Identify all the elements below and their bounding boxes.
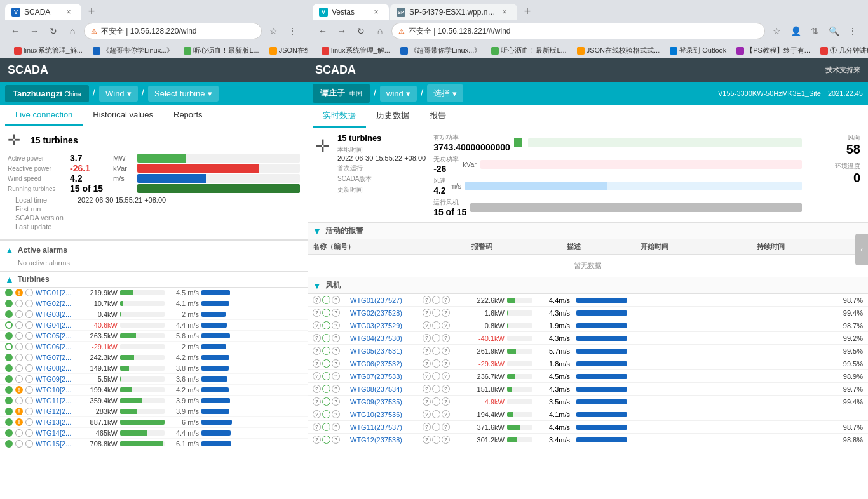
right-turbine-row-6[interactable]: ? ? WTG07(237533) ? ? 236.7kW 4.5m/s 98.… xyxy=(308,370,868,383)
left-turbine-name-7[interactable]: WTG08[2... xyxy=(36,364,77,372)
right-turbine-name-6[interactable]: WTG07(237533) xyxy=(350,373,420,380)
right-collapse-panel[interactable]: ‹ xyxy=(855,234,868,265)
left-sub-nav-historical[interactable]: Historical values xyxy=(83,105,163,126)
right-turbine-row-1[interactable]: ? ? WTG02(237528) ? ? 1.6kW 4.3m/s 99.4% xyxy=(308,307,868,319)
left-turbine-row-2[interactable]: WTG03[2... 0.4kW 2 m/s xyxy=(0,309,308,320)
right-back-btn[interactable]: ← xyxy=(315,23,330,39)
left-turbine-name-1[interactable]: WTG02[2... xyxy=(36,300,77,307)
left-turbine-name-11[interactable]: WTG12[2... xyxy=(36,408,77,415)
right-turbine-row-8[interactable]: ? ? WTG09(237535) ? ? -4.9kW 3.5m/s 99.4… xyxy=(308,396,868,408)
left-turbine-name-12[interactable]: WTG13[2... xyxy=(36,418,77,426)
right-turbine-name-11[interactable]: WTG12(237538) xyxy=(350,436,420,444)
left-turbines-header[interactable]: ▲ Turbines xyxy=(0,272,308,288)
left-turbine-row-1[interactable]: WTG02[2... 10.7kW 4.1 m/s xyxy=(0,298,308,309)
right-bookmark-5[interactable]: 登录到 Outlook xyxy=(666,44,730,57)
right-turbine-row-5[interactable]: ? ? WTG06(237532) ? ? -29.3kW 1.8m/s 99.… xyxy=(308,357,868,370)
left-new-tab-btn[interactable]: + xyxy=(83,3,100,20)
right-alarms-header[interactable]: ▼ 活动的报警 xyxy=(308,223,868,239)
left-back-btn[interactable]: ← xyxy=(8,23,23,39)
right-bookmark-1[interactable]: linux系统管理_解... xyxy=(318,44,394,57)
right-refresh-btn[interactable]: ↻ xyxy=(353,23,369,39)
left-forward-btn[interactable]: → xyxy=(27,23,42,39)
right-turbine-row-11[interactable]: ? ? WTG12(237538) ? ? 301.2kW 3.4m/s 98.… xyxy=(308,434,868,446)
left-nav-category[interactable]: Wind ▾ xyxy=(99,86,138,102)
left-alarms-header[interactable]: ▲ Active alarms xyxy=(5,243,302,257)
left-turbine-name-8[interactable]: WTG09[2... xyxy=(36,375,77,383)
left-turbine-row-10[interactable]: WTG11[2... 359.4kW 3.9 m/s xyxy=(0,396,308,406)
right-turbine-row-9[interactable]: ? ? WTG10(237536) ? ? 194.4kW 4.1m/s xyxy=(308,408,868,421)
left-bookmark-3[interactable]: 听心沥血！最新版L... xyxy=(180,44,262,57)
left-turbine-name-13[interactable]: WTG14[2... xyxy=(36,429,77,437)
left-turbine-row-5[interactable]: WTG06[2... -29.1kW 2 m/s xyxy=(0,342,308,352)
right-home-btn[interactable]: ⌂ xyxy=(372,23,388,39)
right-user-btn[interactable]: 👤 xyxy=(788,23,803,39)
left-turbine-name-14[interactable]: WTG15[2... xyxy=(36,440,77,448)
left-turbine-row-3[interactable]: WTG04[2... -40.6kW 4.4 m/s xyxy=(0,320,308,331)
right-turbine-row-10[interactable]: ? ? WTG11(237537) ? ? 371.6kW 4.4m/s 98.… xyxy=(308,421,868,434)
right-turbine-name-9[interactable]: WTG10(237536) xyxy=(350,411,420,418)
left-bookmark-2[interactable]: 《超哥带你学Linux...》 xyxy=(89,44,177,57)
left-turbine-row-13[interactable]: WTG14[2... 465kW 4.4 m/s xyxy=(0,428,308,439)
right-turbine-name-0[interactable]: WTG01(237527) xyxy=(350,296,420,304)
right-turbine-name-1[interactable]: WTG02(237528) xyxy=(350,309,420,317)
right-tab-close-vm[interactable]: × xyxy=(499,7,510,17)
right-turbine-row-7[interactable]: ? ? WTG08(237534) ? ? 151.8kW 4.3m/s 99.… xyxy=(308,383,868,396)
left-star-btn[interactable]: ☆ xyxy=(266,23,281,39)
left-tab-scada[interactable]: V SCADA × xyxy=(5,4,81,20)
left-address-box[interactable]: ⚠ 不安全 | 10.56.128.220/wind xyxy=(84,23,262,39)
right-turbine-row-3[interactable]: ? ? WTG04(237530) ? ? -40.1kW 4.3m/s 99.… xyxy=(308,332,868,345)
right-search-btn[interactable]: 🔍 xyxy=(826,23,841,39)
right-turbine-row-2[interactable]: ? ? WTG03(237529) ? ? 0.8kW 1.9m/s 98.7% xyxy=(308,319,868,332)
right-tab-close-vestas[interactable]: × xyxy=(371,7,381,17)
left-turbine-name-10[interactable]: WTG11[2... xyxy=(36,397,77,404)
left-turbine-row-14[interactable]: WTG15[2... 708.8kW 6.1 m/s xyxy=(0,439,308,449)
right-tab-vm[interactable]: SP SP-54379-ESX1.wpp.net - VM... × xyxy=(390,4,517,20)
left-nav-turbine[interactable]: Select turbine ▾ xyxy=(148,86,219,102)
left-turbine-name-0[interactable]: WTG01[2... xyxy=(36,289,77,296)
right-turbine-name-7[interactable]: WTG08(237534) xyxy=(350,385,420,393)
left-turbine-name-4[interactable]: WTG05[2... xyxy=(36,332,77,340)
right-sub-nav-realtime[interactable]: 实时数据 xyxy=(313,105,366,128)
right-turbine-row-4[interactable]: ? ? WTG05(237531) ? ? 261.9kW 5.7m/s 99.… xyxy=(308,345,868,357)
right-turbine-name-8[interactable]: WTG09(237535) xyxy=(350,398,420,406)
left-bookmark-1[interactable]: linux系统管理_解... xyxy=(10,44,86,57)
right-bookmark-3[interactable]: 听心沥血！最新版L... xyxy=(487,44,570,57)
left-turbine-name-6[interactable]: WTG07[2... xyxy=(36,354,77,361)
left-refresh-btn[interactable]: ↻ xyxy=(46,23,61,39)
right-bookmark-2[interactable]: 《超哥带你学Linux...》 xyxy=(397,44,485,57)
right-turbine-row-0[interactable]: ? ? WTG01(237527) ? ? 222.6kW 4.4m/s 98.… xyxy=(308,294,868,307)
left-nav-site[interactable]: Tanzhuangzi China xyxy=(5,85,89,102)
right-bookmark-6[interactable]: 【PS教程】终于有... xyxy=(733,44,814,57)
left-sub-nav-reports[interactable]: Reports xyxy=(163,105,213,126)
right-menu-btn[interactable]: ⋮ xyxy=(845,23,860,39)
left-turbine-row-4[interactable]: WTG05[2... 263.5kW 5.6 m/s xyxy=(0,331,308,342)
right-sub-nav-historical[interactable]: 历史数据 xyxy=(366,105,419,128)
left-turbine-name-9[interactable]: WTG10[2... xyxy=(36,386,77,394)
left-menu-btn[interactable]: ⋮ xyxy=(285,23,300,39)
left-turbine-row-11[interactable]: ! WTG12[2... 283kW 3.9 m/s xyxy=(0,406,308,417)
right-address-box[interactable]: ⚠ 不安全 | 10.56.128.221/#/wind xyxy=(391,23,765,39)
left-home-btn[interactable]: ⌂ xyxy=(65,23,80,39)
right-sub-nav-reports[interactable]: 报告 xyxy=(419,105,456,128)
right-new-tab-btn[interactable]: + xyxy=(519,3,536,20)
right-turbine-name-4[interactable]: WTG05(237531) xyxy=(350,347,420,355)
right-turbine-name-3[interactable]: WTG04(237530) xyxy=(350,335,420,342)
right-bookmark-4[interactable]: JSON在线校验格式式... xyxy=(573,44,664,57)
left-turbine-row-7[interactable]: WTG08[2... 149.1kW 3.8 m/s xyxy=(0,363,308,374)
left-turbine-row-6[interactable]: WTG07[2... 242.3kW 4.2 m/s xyxy=(0,352,308,363)
left-turbine-name-5[interactable]: WTG06[2... xyxy=(36,343,77,350)
right-bookmark-7[interactable]: ① 几分钟讲解一 xyxy=(817,44,868,57)
left-turbine-name-2[interactable]: WTG03[2... xyxy=(36,310,77,318)
right-nav-category[interactable]: wind ▾ xyxy=(380,86,417,102)
right-nav-site[interactable]: 谭庄子 中国 xyxy=(313,84,370,103)
right-tab-vestas[interactable]: V Vestas × xyxy=(313,4,389,20)
left-turbine-row-12[interactable]: ! WTG13[2... 887.1kW 6 m/s xyxy=(0,417,308,428)
left-sub-nav-live[interactable]: Live connection xyxy=(5,105,83,126)
right-nav-select[interactable]: 选择 ▾ xyxy=(427,84,463,102)
left-turbine-name-3[interactable]: WTG04[2... xyxy=(36,321,77,329)
left-turbine-row-0[interactable]: ! WTG01[2... 219.9kW 4.5 m/s xyxy=(0,288,308,298)
left-turbine-row-9[interactable]: ! WTG10[2... 199.4kW 4.2 m/s xyxy=(0,385,308,396)
right-turbine-name-5[interactable]: WTG06(237532) xyxy=(350,360,420,368)
left-tab-close[interactable]: × xyxy=(64,7,74,17)
right-forward-btn[interactable]: → xyxy=(334,23,349,39)
